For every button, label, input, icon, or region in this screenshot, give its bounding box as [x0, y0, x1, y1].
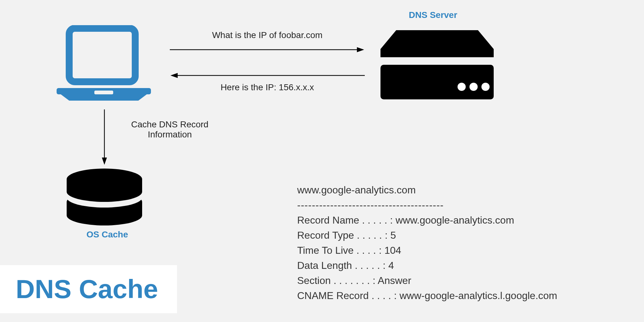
svg-point-20 [67, 169, 142, 190]
page-title-box: DNS Cache [0, 265, 177, 313]
dns-record-type: Record Type . . . . . : 5 [297, 228, 557, 243]
dns-record-name: Record Name . . . . . : www.google-analy… [297, 213, 557, 228]
svg-rect-4 [380, 65, 494, 99]
dns-record-panel: www.google-analytics.com ---------------… [297, 182, 557, 303]
laptop-icon [57, 25, 151, 108]
server-icon [380, 30, 494, 104]
dns-server-label: DNS Server [409, 10, 457, 20]
svg-marker-13 [102, 158, 107, 165]
arrow-cache-label-line1: Cache DNS Record [116, 119, 223, 130]
disk-icon [64, 167, 145, 228]
arrow-cache-icon [98, 109, 111, 165]
svg-rect-0 [69, 28, 135, 82]
arrow-response-label: Here is the IP: 156.x.x.x [170, 82, 365, 92]
svg-marker-11 [170, 73, 178, 78]
svg-point-5 [458, 83, 466, 91]
os-cache-label: OS Cache [86, 230, 128, 240]
page-title: DNS Cache [16, 274, 158, 304]
arrow-response-icon [170, 69, 365, 82]
arrow-query-icon [170, 43, 365, 56]
svg-marker-9 [357, 47, 364, 52]
arrow-query-label: What is the IP of foobar.com [170, 30, 365, 40]
arrow-cache-label: Cache DNS Record Information [116, 119, 223, 140]
svg-point-7 [481, 83, 490, 91]
dns-record-ttl: Time To Live . . . . : 104 [297, 243, 557, 258]
svg-point-6 [469, 83, 478, 91]
dns-record-section: Section . . . . . . . : Answer [297, 273, 557, 288]
arrow-cache-label-line2: Information [116, 130, 223, 140]
dns-record-separator: ---------------------------------------- [297, 197, 557, 213]
svg-rect-2 [94, 91, 113, 94]
dns-record-datalength: Data Length . . . . . : 4 [297, 258, 557, 273]
dns-record-domain: www.google-analytics.com [297, 182, 557, 197]
dns-record-cname: CNAME Record . . . . : www-google-analyt… [297, 288, 557, 303]
svg-rect-3 [380, 49, 494, 57]
